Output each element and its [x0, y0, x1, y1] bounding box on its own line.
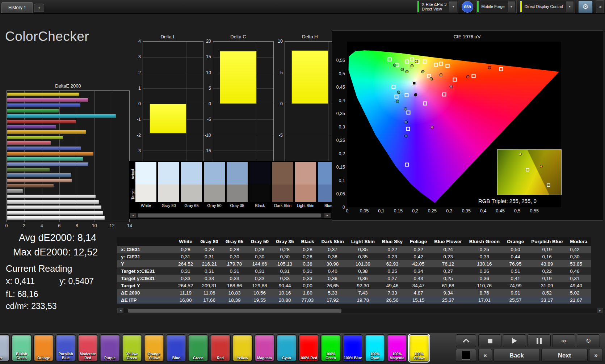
- deltae-bar-bluish-green: [7, 157, 83, 161]
- continuous-read-button[interactable]: ∞: [552, 334, 575, 347]
- next-button[interactable]: Next: [541, 349, 588, 362]
- settings-button[interactable]: ⚙: [578, 0, 593, 13]
- patch-button-red[interactable]: Red: [210, 334, 231, 362]
- expand-patch-list-button[interactable]: [456, 334, 476, 347]
- cie-target-marker: [407, 111, 411, 115]
- deltac-bar: [220, 51, 256, 104]
- last-page-button[interactable]: »: [589, 349, 603, 362]
- delta-l-chart: Delta L 43210-1-2-3-4: [133, 34, 203, 166]
- table-cell: 0,33: [297, 275, 318, 282]
- collapse-panel-button[interactable]: ◀: [596, 0, 604, 13]
- inset-measurement-marker: [540, 165, 543, 168]
- patch-button-yellow-green[interactable]: Yellow Green: [122, 334, 142, 362]
- meter-display-control[interactable]: Direct Display Control ▼: [520, 0, 575, 13]
- patch-button-yellow[interactable]: Yellow: [232, 334, 253, 362]
- patch-toolbar: werBluish GreenOrangePurplish BlueModera…: [0, 332, 605, 364]
- patch-label: 100% Red: [300, 356, 317, 360]
- chevrons-right-icon: »: [594, 352, 597, 359]
- tab-history-1[interactable]: History 1: [1, 2, 33, 13]
- table-scrollbar[interactable]: ◄ ►: [117, 308, 603, 313]
- probe-dropdown-button[interactable]: ▼: [449, 1, 457, 12]
- patch-button-cyan[interactable]: Cyan: [276, 334, 297, 362]
- deltah-bar: [291, 50, 328, 104]
- table-cell: 20,88: [272, 296, 298, 304]
- patch-button-magenta[interactable]: Magenta: [254, 334, 275, 362]
- deltac-tick-label: -5: [207, 117, 211, 122]
- patch-button-100-magenta[interactable]: 100% Magenta: [387, 334, 407, 362]
- first-page-button[interactable]: «: [478, 349, 492, 362]
- patch-button-100-red[interactable]: 100% Red: [298, 334, 319, 362]
- table-cell: 264,52: [175, 260, 197, 267]
- deltae-tick-label: 8: [76, 223, 78, 228]
- loop-icon: ↻: [585, 337, 591, 345]
- table-cell: 0,31: [222, 267, 247, 275]
- table-cell: 0,38: [297, 260, 318, 267]
- patch-chip-purple: Purple: [101, 335, 119, 361]
- patch-button-100-yellow[interactable]: 100% Yellow: [409, 334, 429, 362]
- display-control-dropdown-button[interactable]: ▼: [566, 1, 574, 12]
- stop-button[interactable]: [478, 334, 501, 347]
- patch-button-100-blue[interactable]: 100% Blue: [343, 334, 363, 362]
- meter-source[interactable]: Mobile Forge ▼: [476, 0, 516, 13]
- patch-button-wer[interactable]: wer: [0, 334, 10, 362]
- cie-x-tick-label: 0,4: [480, 208, 486, 213]
- back-button[interactable]: Back: [493, 349, 540, 362]
- deltae-bar-white: [7, 216, 105, 220]
- patch-button-100-green[interactable]: 100% Green: [320, 334, 341, 362]
- table-cell: 0,19: [528, 246, 566, 253]
- patch-button-blue[interactable]: Blue: [166, 334, 186, 362]
- table-cell: 0,31: [175, 253, 197, 260]
- deltae-tick-label: 2: [23, 223, 25, 228]
- table-cell: 77,83: [297, 296, 318, 304]
- scroll-left-icon[interactable]: ◄: [118, 308, 123, 313]
- pause-button[interactable]: [528, 334, 551, 347]
- table-cell: 0,33: [222, 275, 247, 282]
- patch-button-moderate-red[interactable]: Moderate Red: [77, 334, 98, 362]
- source-dropdown-button[interactable]: ▼: [507, 1, 516, 12]
- swatch-actual-black: [249, 162, 270, 185]
- patch-button-orange-yellow[interactable]: Orange Yellow: [144, 334, 164, 362]
- patch-button-green[interactable]: Green: [188, 334, 209, 362]
- readout-grid: WhiteGray 80Gray 65Gray 50Gray 35BlackDa…: [117, 237, 569, 304]
- patch-chip-wer: wer: [0, 335, 9, 361]
- patch-label: wer: [0, 356, 3, 360]
- probe-name: X-Rite i1Pro 3: [422, 2, 446, 7]
- scroll-right-icon[interactable]: ►: [597, 308, 603, 313]
- deltal-bar: [150, 104, 186, 134]
- swatch-target-dark-skin: [272, 185, 293, 202]
- patch-button-orange[interactable]: Orange: [33, 334, 54, 362]
- table-cell: 0,35: [348, 246, 378, 253]
- patch-button-purple[interactable]: Purple: [100, 334, 120, 362]
- scroll-left-icon[interactable]: ◄: [130, 213, 136, 218]
- table-cell: 0,33: [175, 275, 197, 282]
- repeat-button[interactable]: ↻: [577, 334, 600, 347]
- cie-y-tick-label: 0,45: [336, 85, 345, 90]
- background-color-button[interactable]: [456, 349, 476, 362]
- deltae2000-chart-title: DeltaE 2000: [7, 83, 130, 89]
- table-cell: 0,31: [566, 275, 591, 282]
- scroll-right-icon[interactable]: ►: [324, 213, 330, 218]
- chevron-up-icon: [463, 338, 469, 345]
- patch-chip-orange: Orange: [34, 335, 53, 361]
- deltae-bar-row-magenta: [7, 98, 129, 102]
- deltah-tick-label: -5: [279, 133, 283, 138]
- swatch-actual-gray-35: [227, 162, 248, 185]
- patch-button-100-cyan[interactable]: 100% Cyan: [365, 334, 385, 362]
- table-scrollbar-thumb[interactable]: [128, 309, 341, 313]
- cie-measurement-marker: [396, 100, 399, 103]
- add-tab-button[interactable]: +: [34, 4, 44, 12]
- table-cell: 110,76: [466, 282, 503, 289]
- meter-probe[interactable]: X-Rite i1Pro 3 Direct View ▼: [417, 0, 458, 13]
- patch-button-purplish-blue[interactable]: Purplish Blue: [55, 334, 76, 362]
- table-cell: 4,87: [406, 289, 430, 296]
- deltae-bar-row-gray-80: [7, 211, 129, 215]
- deltae-tick-label: 14: [127, 223, 132, 228]
- cie-y-tick-label: 0,35: [336, 111, 345, 116]
- delta-h-y-axis: 1050-5-10: [274, 41, 285, 166]
- deltae-bar-row-yellow-green: [7, 136, 129, 139]
- play-button[interactable]: [503, 334, 526, 347]
- swatch-scrollbar-thumb[interactable]: [138, 213, 320, 217]
- swatch-scrollbar[interactable]: ◄ ►: [130, 213, 331, 218]
- deltae-bar-row-foliage: [7, 168, 129, 172]
- patch-button-bluish-green[interactable]: Bluish Green: [11, 334, 32, 362]
